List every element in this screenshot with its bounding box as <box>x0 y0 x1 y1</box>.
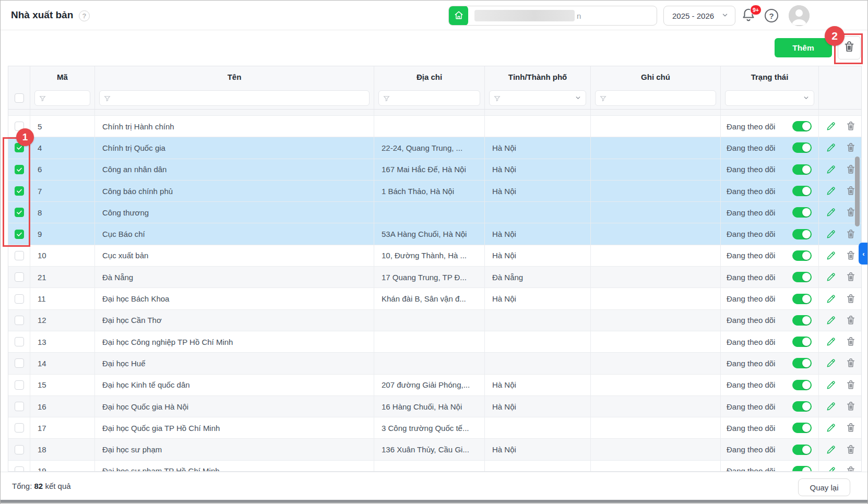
collapse-panel-tab[interactable]: ‹ <box>859 243 868 265</box>
delete-icon[interactable] <box>845 357 857 369</box>
table-row[interactable]: 6Công an nhân dân167 Mai Hắc Đế, Hà NộiH… <box>8 159 861 181</box>
select-all-checkbox[interactable] <box>15 93 24 103</box>
table-row[interactable]: 16Đại học Quốc gia Hà Nội16 Hàng Chuối, … <box>8 396 861 417</box>
delete-icon[interactable] <box>845 336 857 347</box>
help-icon[interactable]: ? <box>765 9 778 22</box>
table-row[interactable]: 18Đại học sư phạm136 Xuân Thủy, Cầu Gi..… <box>8 439 861 460</box>
status-toggle[interactable] <box>792 358 812 368</box>
delete-icon[interactable] <box>845 229 857 240</box>
back-button[interactable]: Quay lại <box>798 478 850 496</box>
row-checkbox[interactable] <box>15 230 24 239</box>
status-toggle[interactable] <box>792 466 812 472</box>
edit-icon[interactable] <box>825 121 837 132</box>
filter-city-select[interactable] <box>489 90 586 106</box>
table-row[interactable]: 4Chính trị Quốc gia22-24, Quang Trung, .… <box>8 137 861 159</box>
table-row[interactable]: 13Đại học Công nghiệp TP Hồ Chí MinhĐang… <box>8 331 861 353</box>
status-toggle[interactable] <box>792 315 812 326</box>
table-row[interactable]: 17Đại học Quốc gia TP Hồ Chí Minh3 Công … <box>8 417 861 439</box>
delete-icon[interactable] <box>845 142 857 153</box>
delete-icon[interactable] <box>845 250 857 261</box>
table-row[interactable]: 8Công thươngĐang theo dõi <box>8 202 861 223</box>
delete-icon[interactable] <box>845 379 857 391</box>
table-row[interactable]: 15Đại học Kinh tế quốc dân207 đường Giải… <box>8 375 861 396</box>
filter-code-input[interactable] <box>34 90 90 106</box>
notifications-button[interactable]: 9+ <box>741 7 758 25</box>
edit-icon[interactable] <box>825 164 837 175</box>
status-toggle[interactable] <box>792 401 812 412</box>
home-button[interactable] <box>449 6 468 26</box>
filter-address-input[interactable] <box>378 90 480 106</box>
status-toggle[interactable] <box>792 294 812 304</box>
row-checkbox[interactable] <box>15 272 24 282</box>
table-row[interactable]: 12Đại học Cần ThơĐang theo dõi <box>8 310 861 331</box>
row-checkbox[interactable] <box>15 337 24 346</box>
edit-icon[interactable] <box>825 422 837 434</box>
table-row[interactable]: 11Đại học Bách KhoaKhán đài B, Sân vận đ… <box>8 288 861 309</box>
filter-note-input[interactable] <box>595 90 716 106</box>
row-checkbox[interactable] <box>15 316 24 325</box>
edit-icon[interactable] <box>825 142 837 153</box>
delete-icon[interactable] <box>845 121 857 132</box>
title-help-icon[interactable]: ? <box>79 10 90 21</box>
status-toggle[interactable] <box>792 142 812 153</box>
delete-icon[interactable] <box>845 315 857 326</box>
global-search-input[interactable]: n <box>448 6 657 26</box>
edit-icon[interactable] <box>825 250 837 261</box>
row-checkbox[interactable] <box>15 251 24 260</box>
edit-icon[interactable] <box>825 465 837 472</box>
status-toggle[interactable] <box>792 121 812 131</box>
status-toggle[interactable] <box>792 445 812 455</box>
avatar[interactable] <box>789 5 810 26</box>
status-toggle[interactable] <box>792 272 812 282</box>
table-row[interactable]: 9Cục Báo chí53A Hàng Chuối, Hà NộiHà Nội… <box>8 223 861 245</box>
table-row[interactable]: 19Đại học sư phạm TP Hồ Chí MinhĐang the… <box>8 461 861 472</box>
status-toggle[interactable] <box>792 186 812 196</box>
table-row[interactable]: 21Đà Nẵng17 Quang Trung, TP Đ...Đà NẵngĐ… <box>8 267 861 288</box>
edit-icon[interactable] <box>825 185 837 197</box>
row-checkbox[interactable] <box>15 165 24 174</box>
row-checkbox[interactable] <box>15 380 24 390</box>
table-row[interactable]: 7Công báo chính phủ1 Bách Thảo, Hà NộiHà… <box>8 181 861 202</box>
edit-icon[interactable] <box>825 379 837 391</box>
status-toggle[interactable] <box>792 380 812 390</box>
row-checkbox[interactable] <box>15 294 24 304</box>
row-checkbox[interactable] <box>15 358 24 368</box>
school-year-select[interactable]: 2025 - 2026 <box>663 6 735 26</box>
row-checkbox[interactable] <box>15 402 24 411</box>
delete-icon[interactable] <box>845 293 857 305</box>
edit-icon[interactable] <box>825 357 837 369</box>
row-checkbox[interactable] <box>15 423 24 433</box>
row-checkbox[interactable] <box>15 445 24 454</box>
edit-icon[interactable] <box>825 229 837 240</box>
table-row[interactable]: 10Cục xuất bản10, Đường Thành, Hà ...Hà … <box>8 245 861 267</box>
delete-icon[interactable] <box>845 271 857 283</box>
add-button[interactable]: Thêm <box>775 38 832 57</box>
edit-icon[interactable] <box>825 401 837 412</box>
row-checkbox[interactable] <box>15 186 24 196</box>
status-toggle[interactable] <box>792 164 812 175</box>
delete-icon[interactable] <box>845 465 857 472</box>
edit-icon[interactable] <box>825 207 837 218</box>
delete-icon[interactable] <box>845 422 857 434</box>
status-toggle[interactable] <box>792 250 812 261</box>
bulk-delete-button[interactable] <box>838 36 861 59</box>
table-row[interactable]: 5Chính trị Hành chínhĐang theo dõi <box>8 116 861 137</box>
row-checkbox[interactable] <box>15 208 24 217</box>
edit-icon[interactable] <box>825 336 837 347</box>
vertical-scrollbar-thumb[interactable] <box>855 157 860 226</box>
delete-icon[interactable] <box>845 444 857 455</box>
filter-name-input[interactable] <box>99 90 370 106</box>
delete-icon[interactable] <box>845 401 857 412</box>
status-toggle[interactable] <box>792 423 812 433</box>
table-row[interactable]: 14Đại học HuếĐang theo dõi <box>8 353 861 374</box>
row-checkbox[interactable] <box>15 122 24 131</box>
status-toggle[interactable] <box>792 229 812 239</box>
status-toggle[interactable] <box>792 207 812 218</box>
edit-icon[interactable] <box>825 271 837 283</box>
edit-icon[interactable] <box>825 293 837 305</box>
edit-icon[interactable] <box>825 315 837 326</box>
status-toggle[interactable] <box>792 337 812 347</box>
edit-icon[interactable] <box>825 444 837 455</box>
row-checkbox[interactable] <box>15 466 24 472</box>
row-checkbox[interactable] <box>15 143 24 152</box>
